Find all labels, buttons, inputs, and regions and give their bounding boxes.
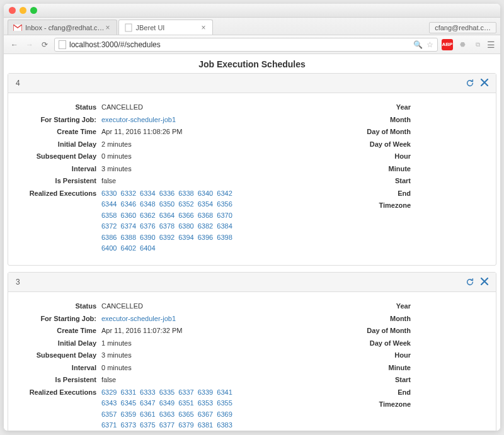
menu-button[interactable]: ☰ — [487, 40, 495, 50]
execution-link[interactable]: 6376 — [140, 222, 155, 230]
execution-link[interactable]: 6343 — [101, 399, 117, 407]
execution-link[interactable]: 6338 — [178, 189, 193, 197]
execution-link[interactable]: 6404 — [140, 244, 155, 252]
execution-link[interactable]: 6332 — [121, 189, 136, 197]
panel-heading[interactable]: 3 — [8, 273, 496, 292]
execution-link[interactable]: 6352 — [178, 200, 193, 208]
execution-link[interactable]: 6356 — [217, 200, 232, 208]
execution-link[interactable]: 6373 — [121, 421, 136, 429]
execution-link[interactable]: 6396 — [198, 234, 213, 241]
execution-link[interactable]: 6377 — [159, 421, 175, 429]
execution-link[interactable]: 6364 — [159, 212, 175, 219]
execution-link[interactable]: 6333 — [140, 388, 155, 396]
execution-link[interactable]: 6392 — [159, 234, 175, 241]
execution-link[interactable]: 6354 — [198, 200, 213, 208]
execution-link[interactable]: 6369 — [217, 410, 232, 418]
field-value[interactable]: executor-scheduler-job1 — [101, 314, 252, 324]
execution-link[interactable]: 6346 — [121, 200, 136, 208]
execution-link[interactable]: 6348 — [140, 200, 155, 208]
delete-icon[interactable] — [481, 278, 488, 286]
execution-link[interactable]: 6375 — [140, 421, 155, 429]
execution-link[interactable]: 6342 — [217, 189, 232, 197]
extension-icon[interactable]: ⧉ — [472, 39, 483, 50]
field-label: Start — [252, 176, 416, 186]
field-value[interactable]: executor-scheduler-job1 — [101, 115, 252, 125]
forward-button[interactable]: → — [24, 40, 35, 49]
execution-link[interactable]: 6379 — [178, 421, 193, 429]
execution-link[interactable]: 6363 — [159, 410, 175, 418]
abp-extension-icon[interactable]: ABP — [442, 39, 453, 50]
execution-link[interactable]: 6402 — [121, 244, 136, 252]
execution-link[interactable]: 6337 — [178, 388, 193, 396]
execution-link[interactable]: 6336 — [159, 189, 175, 197]
execution-link[interactable]: 6381 — [198, 421, 213, 429]
execution-link[interactable]: 6349 — [159, 399, 175, 407]
tab-inbox[interactable]: Inbox - cfang@redhat.c… × — [8, 20, 117, 35]
execution-link[interactable]: 6362 — [140, 212, 155, 219]
execution-link[interactable]: 6358 — [101, 212, 117, 219]
user-badge[interactable]: cfang@redhat.c… — [429, 22, 496, 33]
execution-link[interactable]: 6334 — [140, 189, 155, 197]
execution-link[interactable]: 6382 — [198, 222, 213, 230]
execution-link[interactable]: 6384 — [217, 222, 232, 230]
execution-link[interactable]: 6330 — [101, 189, 117, 197]
execution-link[interactable]: 6398 — [217, 234, 232, 241]
bookmark-icon[interactable]: ☆ — [427, 40, 433, 49]
execution-link[interactable]: 6378 — [159, 222, 175, 230]
page-title: Job Execution Schedules — [8, 54, 496, 73]
execution-link[interactable]: 6390 — [140, 234, 155, 241]
execution-link[interactable]: 6386 — [101, 234, 117, 241]
field-label: Interval — [20, 164, 101, 174]
panel-body: StatusCANCELLEDFor Starting Job:executor… — [8, 292, 496, 431]
tab-close-icon[interactable]: × — [105, 23, 112, 32]
execution-link[interactable]: 6372 — [101, 222, 117, 230]
execution-link[interactable]: 6370 — [217, 212, 232, 219]
reload-button[interactable]: ⟳ — [39, 40, 50, 49]
execution-link[interactable]: 6351 — [178, 399, 193, 407]
execution-link[interactable]: 6368 — [198, 212, 213, 219]
execution-link[interactable]: 6341 — [217, 388, 232, 396]
execution-link[interactable]: 6350 — [159, 200, 175, 208]
extension-icon[interactable]: ⬣ — [457, 39, 468, 50]
refresh-icon[interactable] — [466, 79, 474, 88]
execution-link[interactable]: 6366 — [178, 212, 193, 219]
execution-link[interactable]: 6340 — [198, 189, 213, 197]
execution-link[interactable]: 6353 — [198, 399, 213, 407]
zoom-icon[interactable]: 🔍 — [413, 40, 423, 49]
window-close-button[interactable] — [9, 7, 16, 14]
address-bar[interactable]: 🔍 ☆ — [54, 38, 438, 52]
panel-heading[interactable]: 4 — [8, 74, 496, 93]
execution-link[interactable]: 6359 — [121, 410, 136, 418]
execution-link[interactable]: 6347 — [140, 399, 155, 407]
execution-link[interactable]: 6383 — [217, 421, 232, 429]
execution-link[interactable]: 6367 — [198, 410, 213, 418]
field-label: Create Time — [20, 325, 101, 336]
refresh-icon[interactable] — [466, 278, 474, 286]
execution-link[interactable]: 6394 — [178, 234, 193, 241]
tab-jberet[interactable]: JBeret UI × — [118, 20, 213, 35]
execution-link[interactable]: 6355 — [217, 399, 232, 407]
tab-close-icon[interactable]: × — [200, 23, 207, 32]
execution-link[interactable]: 6388 — [121, 234, 136, 241]
tab-label: Inbox - cfang@redhat.c… — [25, 24, 105, 31]
execution-link[interactable]: 6361 — [140, 410, 155, 418]
delete-icon[interactable] — [481, 79, 488, 88]
execution-link[interactable]: 6400 — [101, 244, 117, 252]
execution-link[interactable]: 6345 — [121, 399, 136, 407]
field-label: Create Time — [20, 127, 101, 137]
execution-link[interactable]: 6331 — [121, 388, 136, 396]
execution-link[interactable]: 6329 — [101, 388, 117, 396]
execution-link[interactable]: 6357 — [101, 410, 117, 418]
execution-link[interactable]: 6339 — [198, 388, 213, 396]
execution-link[interactable]: 6374 — [121, 222, 136, 230]
back-button[interactable]: ← — [9, 40, 20, 49]
address-input[interactable] — [69, 40, 413, 49]
execution-link[interactable]: 6344 — [101, 200, 117, 208]
execution-link[interactable]: 6335 — [159, 388, 175, 396]
window-minimize-button[interactable] — [20, 7, 26, 14]
execution-link[interactable]: 6371 — [101, 421, 117, 429]
window-zoom-button[interactable] — [30, 7, 37, 14]
execution-link[interactable]: 6380 — [178, 222, 193, 230]
execution-link[interactable]: 6365 — [178, 410, 193, 418]
execution-link[interactable]: 6360 — [121, 212, 136, 219]
